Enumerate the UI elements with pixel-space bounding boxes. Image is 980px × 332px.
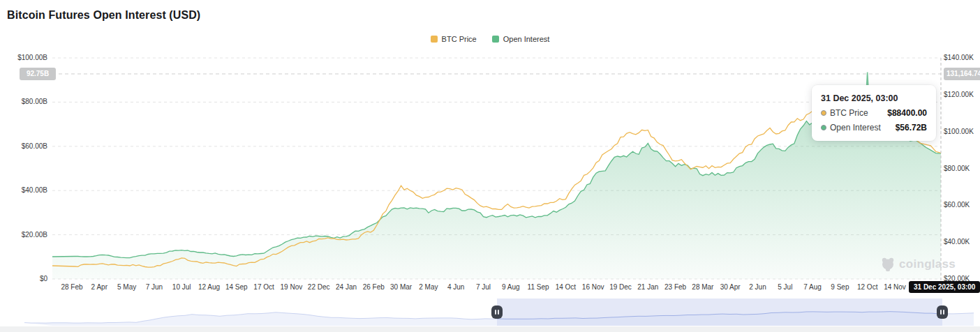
tooltip-row-btc-price: BTC Price $88400.00: [821, 108, 927, 118]
axis-tick-label: $80.00K: [944, 165, 970, 172]
axis-tick-label: $20.00B: [4, 231, 47, 239]
axis-tick-label: $100.00B: [4, 54, 47, 61]
axis-tick-label: $100.00K: [944, 128, 974, 135]
tooltip-value: $56.72B: [896, 123, 927, 133]
navigator-left-handle[interactable]: [491, 305, 503, 319]
main-chart-plot[interactable]: [0, 0, 980, 299]
crosshair-date-badge: 31 Dec 2025, 03:00: [909, 281, 980, 293]
coinglass-bear-icon: [881, 257, 895, 272]
tooltip-row-open-interest: Open Interest $56.72B: [821, 123, 927, 133]
tooltip-label: BTC Price: [830, 108, 868, 118]
tooltip-timestamp: 31 Dec 2025, 03:00: [821, 93, 927, 103]
axis-tick-label: $120.00K: [944, 91, 974, 98]
bottom-scroll-strip: [0, 326, 980, 332]
axis-tick-label: $60.00B: [4, 142, 47, 150]
axis-tick-label: $40.00B: [4, 186, 47, 194]
tooltip-value: $88400.00: [887, 108, 927, 118]
navigator-right-handle[interactable]: [937, 305, 948, 319]
btc-price-dot-icon: [821, 110, 826, 116]
axis-tick-label: $60.00K: [944, 201, 970, 209]
navigator-brush[interactable]: [0, 299, 980, 326]
chart-tooltip: 31 Dec 2025, 03:00 BTC Price $88400.00 O…: [812, 85, 936, 141]
coinglass-chart-page: Bitcoin Futures Open Interest (USD) BTC …: [0, 0, 980, 332]
open-interest-dot-icon: [821, 125, 826, 130]
btc-price-ath-badge: 131,164.74: [944, 68, 980, 80]
axis-tick-label: $80.00B: [4, 98, 47, 105]
tooltip-label: Open Interest: [830, 123, 881, 133]
axis-tick-label: $140.00K: [944, 54, 974, 61]
coinglass-watermark: coinglass: [881, 257, 956, 272]
axis-tick-label: $0: [4, 275, 47, 282]
watermark-text: coinglass: [899, 257, 956, 271]
open-interest-ath-badge: 92.75B: [20, 68, 56, 80]
axis-tick-label: $40.00K: [944, 238, 970, 246]
